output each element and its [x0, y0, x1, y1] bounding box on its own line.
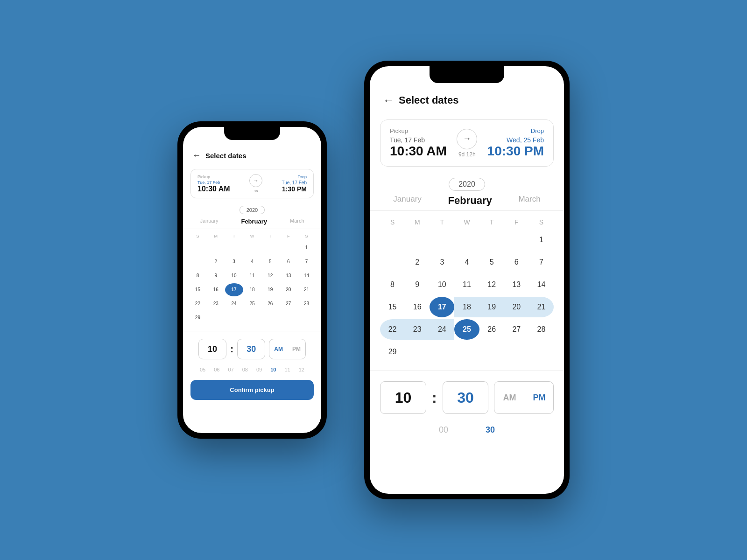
table-row [405, 230, 430, 250]
table-row[interactable]: 29 [380, 342, 405, 362]
am-button-large[interactable]: AM [494, 382, 524, 413]
minutes-box-small[interactable]: 30 [237, 339, 265, 359]
month-mar-large[interactable]: March [518, 195, 540, 207]
table-row[interactable]: 18 [243, 283, 261, 296]
table-row[interactable]: 10 [430, 274, 454, 295]
table-row[interactable]: 20 [279, 283, 297, 296]
minutes-box-large[interactable]: 30 [443, 381, 489, 414]
month-mar-small[interactable]: March [290, 218, 304, 225]
scroll-numbers-large: 00 30 [370, 421, 564, 439]
table-row[interactable]: 6 [504, 252, 529, 273]
table-row[interactable]: 27 [279, 297, 297, 310]
table-row[interactable]: 27 [504, 319, 529, 340]
month-feb-small[interactable]: February [241, 218, 267, 225]
table-row[interactable]: 12 [479, 274, 504, 295]
confirm-pickup-button-small[interactable]: Confirm pickup [190, 380, 314, 400]
table-row[interactable]: 17 [225, 283, 243, 296]
table-row[interactable]: 19 [261, 283, 279, 296]
table-row[interactable]: 10 [225, 269, 243, 282]
table-row[interactable]: 5 [479, 252, 504, 273]
table-row[interactable]: 21 [297, 283, 316, 296]
table-row[interactable]: 24 [225, 297, 243, 310]
table-row[interactable]: 21 [529, 297, 554, 317]
hour-box-large[interactable]: 10 [380, 381, 426, 414]
table-row[interactable]: 28 [529, 319, 554, 340]
table-row[interactable]: 9 [405, 274, 430, 295]
table-row[interactable]: 13 [279, 269, 297, 282]
scroll-07[interactable]: 07 [228, 367, 234, 372]
month-feb-large[interactable]: February [448, 195, 492, 207]
back-button-small[interactable]: ← [192, 151, 201, 160]
table-row[interactable]: 25 [243, 297, 261, 310]
table-row[interactable]: 4 [454, 252, 479, 273]
table-row[interactable]: 22 [189, 297, 207, 310]
scroll-06[interactable]: 06 [214, 367, 219, 372]
table-row[interactable]: 11 [243, 269, 261, 282]
table-row[interactable]: 26 [479, 319, 504, 340]
table-row[interactable]: 9 [207, 269, 225, 282]
table-row[interactable]: 7 [529, 252, 554, 273]
am-button-small[interactable]: AM [269, 339, 288, 359]
table-row[interactable]: 22 [380, 319, 405, 340]
table-row[interactable] [189, 241, 207, 254]
table-row[interactable]: 28 [297, 297, 316, 310]
scroll-00[interactable]: 00 [439, 425, 448, 435]
scroll-05[interactable]: 05 [200, 367, 205, 372]
time-picker-large: 10 : 30 AM PM [370, 374, 564, 421]
table-row[interactable]: 19 [479, 297, 504, 317]
pm-button-small[interactable]: PM [288, 339, 305, 359]
table-row[interactable]: 24 [430, 319, 454, 340]
back-button-large[interactable]: ← [383, 95, 394, 106]
scroll-12[interactable]: 12 [299, 367, 304, 372]
table-row[interactable] [279, 241, 297, 254]
table-row[interactable]: 15 [380, 297, 405, 317]
drop-label-large: Drop [487, 127, 544, 134]
selected-start-17[interactable]: 17 [430, 297, 454, 317]
table-row[interactable]: 29 [189, 311, 207, 324]
table-row[interactable]: 6 [279, 255, 297, 268]
table-row[interactable]: 1 [297, 241, 316, 254]
scroll-30-active[interactable]: 30 [486, 425, 495, 435]
selected-end-25[interactable]: 25 [454, 319, 479, 340]
table-row[interactable]: 2 [207, 255, 225, 268]
table-row[interactable]: 16 [207, 283, 225, 296]
table-row[interactable] [207, 241, 225, 254]
table-row[interactable]: 12 [261, 269, 279, 282]
scroll-09[interactable]: 09 [256, 367, 262, 372]
month-jan-large[interactable]: January [393, 195, 421, 207]
phone-small: ← Select dates Pickup Tue, 17 Feb 10:30 … [177, 121, 327, 439]
year-badge-large: 2020 [449, 178, 485, 191]
table-row[interactable]: 14 [529, 274, 554, 295]
scroll-11[interactable]: 11 [285, 367, 290, 372]
table-row[interactable]: 23 [207, 297, 225, 310]
table-row[interactable]: 26 [261, 297, 279, 310]
scroll-08[interactable]: 08 [242, 367, 248, 372]
table-row[interactable]: 3 [430, 252, 454, 273]
month-jan-small[interactable]: January [200, 218, 218, 225]
table-row[interactable]: 13 [504, 274, 529, 295]
table-row[interactable]: 3 [225, 255, 243, 268]
table-row[interactable]: 14 [297, 269, 316, 282]
table-row[interactable]: 7 [297, 255, 316, 268]
hour-box-small[interactable]: 10 [198, 339, 226, 359]
pm-button-large[interactable]: PM [524, 382, 554, 413]
table-row[interactable] [189, 255, 207, 268]
table-row[interactable]: 15 [189, 283, 207, 296]
table-row[interactable]: 1 [529, 230, 554, 250]
table-row[interactable]: 16 [405, 297, 430, 317]
table-row[interactable]: 4 [243, 255, 261, 268]
table-row[interactable]: 11 [454, 274, 479, 295]
table-row[interactable] [243, 241, 261, 254]
table-row[interactable]: 5 [261, 255, 279, 268]
scroll-10-active[interactable]: 10 [270, 367, 276, 372]
table-row[interactable]: 18 [454, 297, 479, 317]
dh-s2: S [297, 233, 316, 239]
table-row[interactable] [261, 241, 279, 254]
table-row[interactable]: 8 [380, 274, 405, 295]
table-row[interactable]: 23 [405, 319, 430, 340]
table-row[interactable]: 8 [189, 269, 207, 282]
table-row[interactable]: 2 [405, 252, 430, 273]
table-row[interactable]: 20 [504, 297, 529, 317]
table-row[interactable] [225, 241, 243, 254]
notch-small [224, 127, 280, 140]
